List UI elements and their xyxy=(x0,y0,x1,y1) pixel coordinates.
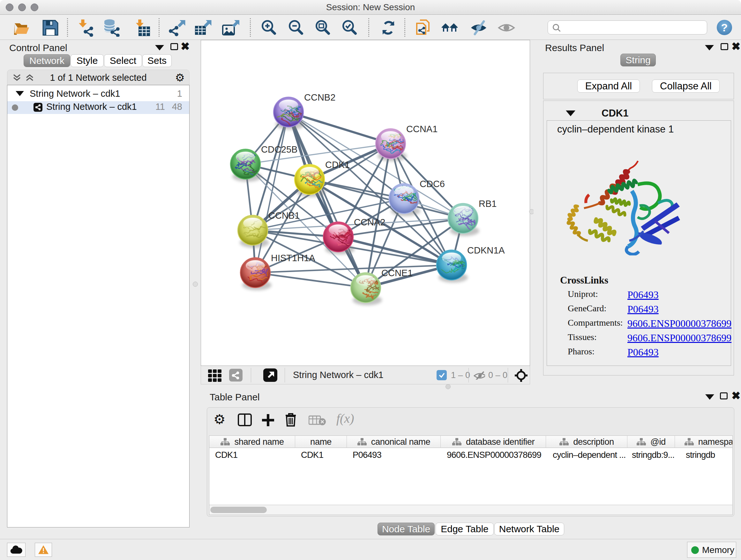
svg-text:CDKN1A: CDKN1A xyxy=(467,245,505,255)
svg-text:CCNB1: CCNB1 xyxy=(268,210,300,221)
svg-text:HIST1H1A: HIST1H1A xyxy=(271,253,315,263)
svg-text:CCNA2: CCNA2 xyxy=(354,217,385,227)
svg-text:CCNE1: CCNE1 xyxy=(381,268,413,278)
svg-text:CCNB2: CCNB2 xyxy=(304,92,335,103)
svg-text:CDC6: CDC6 xyxy=(420,179,445,189)
svg-text:CCNA1: CCNA1 xyxy=(406,124,437,134)
svg-text:CDC25B: CDC25B xyxy=(261,144,297,154)
svg-text:RB1: RB1 xyxy=(479,199,496,209)
svg-text:CDK1: CDK1 xyxy=(325,160,350,170)
